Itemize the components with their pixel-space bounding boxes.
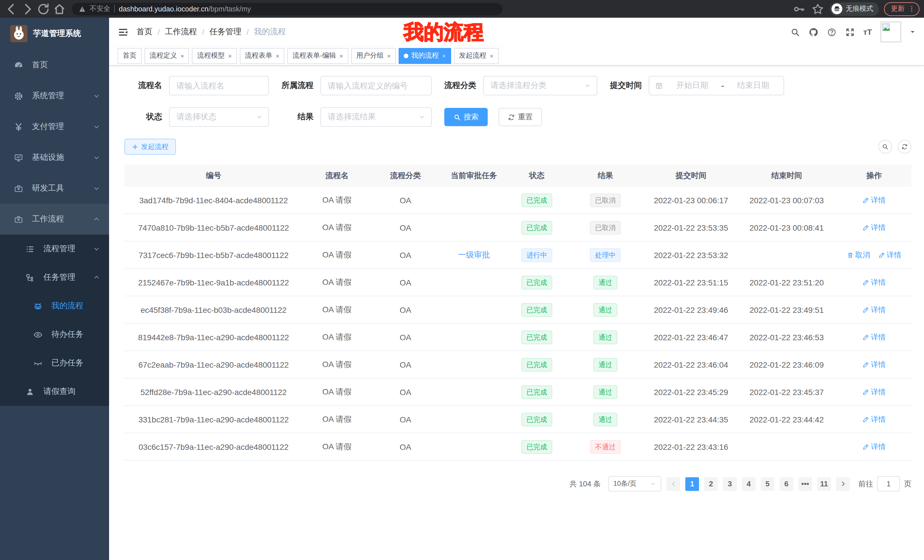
chevron-down-icon[interactable] <box>910 29 915 35</box>
edit-icon <box>862 388 869 395</box>
详情-link[interactable]: 详情 <box>862 359 886 370</box>
avatar[interactable] <box>880 22 901 42</box>
help-icon[interactable] <box>826 27 836 37</box>
page-button-1[interactable]: 1 <box>685 477 699 491</box>
sidebar-item-待办任务[interactable]: 待办任务 <box>0 320 109 349</box>
table-row: 819442e8-7b9a-11ec-a290-acde48001122OA 请… <box>124 323 911 351</box>
result-select[interactable]: 请选择流结果 <box>320 107 432 127</box>
pagination: 共 104 条 10条/页 123456•••11 前往 页 <box>124 476 911 491</box>
取消-link[interactable]: 取消 <box>847 250 870 260</box>
详情-link[interactable]: 详情 <box>862 304 886 315</box>
column-header: 操作 <box>837 165 911 187</box>
page-button-3[interactable]: 3 <box>723 477 736 491</box>
sidebar-item-首页[interactable]: 首页 <box>0 49 109 81</box>
prev-page-button[interactable] <box>666 477 680 491</box>
current-task[interactable]: 一级审批 <box>440 241 508 269</box>
more-vertical-icon[interactable] <box>908 5 915 13</box>
end-date-placeholder[interactable]: 结束日期 <box>729 81 778 91</box>
github-icon[interactable] <box>808 27 818 37</box>
page-button-2[interactable]: 2 <box>704 477 718 491</box>
category-select[interactable]: 请选择流程分类 <box>483 76 597 95</box>
详情-link[interactable]: 详情 <box>862 332 886 342</box>
close-icon[interactable]: × <box>442 52 446 59</box>
page-button-6[interactable]: 6 <box>780 477 793 491</box>
page-button-5[interactable]: 5 <box>760 477 774 491</box>
tab-流程表单[interactable]: 流程表单× <box>240 48 285 64</box>
page-button-4[interactable]: 4 <box>742 477 756 491</box>
breadcrumb-separator: / <box>247 27 249 36</box>
incognito-badge[interactable]: 无痕模式 <box>830 2 879 16</box>
current-task <box>440 433 508 460</box>
process-id: 3ad174fb-7b9d-11ec-8404-acde48001122 <box>124 187 303 214</box>
sidebar-item-支付管理[interactable]: 支付管理 <box>0 111 109 142</box>
reload-icon[interactable] <box>36 2 50 16</box>
close-icon[interactable]: × <box>180 52 184 59</box>
tab-首页[interactable]: 首页 <box>118 48 142 64</box>
close-icon[interactable]: × <box>490 52 494 59</box>
sidebar-item-流程管理[interactable]: 流程管理 <box>0 235 109 263</box>
address-bar[interactable]: 不安全 dashboard.yudao.iocoder.cn/bpm/task/… <box>72 3 502 15</box>
sidebar-item-请假查询[interactable]: 请假查询 <box>0 377 109 406</box>
bookmark-star-icon[interactable] <box>811 2 825 16</box>
key-icon[interactable] <box>792 2 806 16</box>
reset-button[interactable]: 重置 <box>498 108 542 126</box>
search-button[interactable]: 搜索 <box>444 108 488 126</box>
back-icon[interactable] <box>4 2 18 16</box>
详情-link[interactable]: 详情 <box>862 414 886 424</box>
refresh-icon[interactable] <box>898 140 911 154</box>
current-task <box>440 187 508 214</box>
font-size-icon[interactable]: тT <box>863 27 872 36</box>
breadcrumb-item[interactable]: 首页 <box>136 27 153 37</box>
sidebar-item-系统管理[interactable]: 系统管理 <box>0 81 109 111</box>
fullscreen-icon[interactable] <box>845 27 855 37</box>
sidebar-item-研发工具[interactable]: 研发工具 <box>0 173 109 204</box>
update-button[interactable]: 更新 <box>884 2 920 16</box>
table-body: 3ad174fb-7b9d-11ec-8404-acde48001122OA 请… <box>124 187 911 460</box>
page-button-11[interactable]: 11 <box>817 477 831 491</box>
tab-流程表单-编辑[interactable]: 流程表单-编辑× <box>288 48 348 64</box>
forward-icon[interactable] <box>21 2 34 16</box>
sidebar-item-我的流程[interactable]: 我的流程 <box>0 292 109 320</box>
tab-流程模型[interactable]: 流程模型× <box>192 48 237 64</box>
status-select[interactable]: 请选择状态 <box>169 107 269 127</box>
process-definition-input[interactable] <box>320 76 432 95</box>
submit-time-range[interactable]: 开始日期 - 结束日期 <box>649 76 784 95</box>
yen-icon <box>14 122 23 132</box>
logo[interactable]: 芋道管理系统 <box>0 18 109 49</box>
process-category: OA <box>371 378 440 406</box>
breadcrumb-separator: / <box>158 27 160 36</box>
process-name-input[interactable] <box>169 76 269 95</box>
page-size-select[interactable]: 10条/页 <box>608 476 661 491</box>
sidebar-item-工作流程[interactable]: 工作流程 <box>0 204 109 235</box>
sidebar-item-已办任务[interactable]: 已办任务 <box>0 349 109 377</box>
current-task <box>440 351 508 378</box>
详情-link[interactable]: 详情 <box>878 250 902 260</box>
next-page-button[interactable] <box>836 477 850 491</box>
breadcrumb-item[interactable]: 任务管理 <box>210 27 242 37</box>
sidebar-item-任务管理[interactable]: 任务管理 <box>0 263 109 292</box>
tab-流程定义[interactable]: 流程定义× <box>144 48 189 64</box>
close-icon[interactable]: × <box>228 52 232 59</box>
security-label[interactable]: 不安全 <box>90 4 110 14</box>
start-process-button[interactable]: 发起流程 <box>124 139 176 155</box>
tab-用户分组[interactable]: 用户分组× <box>351 48 396 64</box>
close-icon[interactable]: × <box>276 52 279 59</box>
home-icon[interactable] <box>52 2 66 16</box>
详情-link[interactable]: 详情 <box>862 195 886 205</box>
详情-link[interactable]: 详情 <box>862 222 886 233</box>
page-ellipsis[interactable]: ••• <box>798 477 812 491</box>
goto-page-input[interactable] <box>877 476 900 491</box>
close-icon[interactable]: × <box>387 52 391 59</box>
breadcrumb-item[interactable]: 工作流程 <box>165 27 197 37</box>
详情-link[interactable]: 详情 <box>862 442 886 452</box>
show-search-icon[interactable] <box>878 140 892 154</box>
search-icon[interactable] <box>790 27 800 37</box>
start-date-placeholder[interactable]: 开始日期 <box>668 81 717 91</box>
详情-link[interactable]: 详情 <box>862 277 886 287</box>
详情-link[interactable]: 详情 <box>862 387 886 397</box>
tab-我的流程[interactable]: 我的流程× <box>399 48 451 64</box>
sidebar-toggle-icon[interactable] <box>118 27 129 37</box>
tab-发起流程[interactable]: 发起流程× <box>454 48 498 64</box>
sidebar-item-基础设施[interactable]: 基础设施 <box>0 142 109 173</box>
close-icon[interactable]: × <box>339 52 343 59</box>
